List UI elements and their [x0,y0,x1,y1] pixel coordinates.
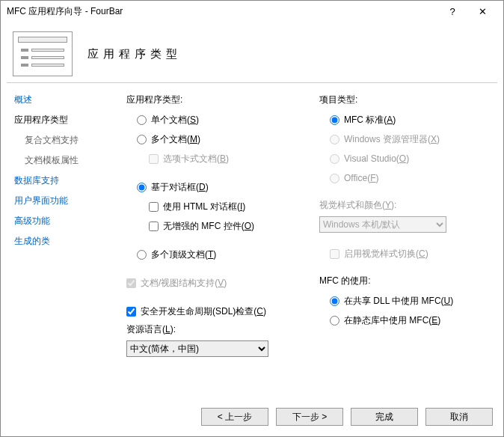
sidebar-item-compound[interactable]: 复合文档支持 [25,134,111,147]
apptype-label: 应用程序类型: [126,94,297,106]
check-no-enhanced[interactable]: 无增强的 MFC 控件(O) [149,218,297,233]
projtype-label: 项目类型: [319,94,490,106]
cancel-button[interactable]: 取消 [425,408,493,426]
wizard-window: MFC 应用程序向导 - FourBar ? ✕ 应用程序类型 概述 应用程序类… [0,0,504,437]
radio-multi-top-input[interactable] [137,250,147,260]
sidebar-item-ui[interactable]: 用户界面功能 [14,195,111,207]
check-tabbed-doc-input [149,154,159,164]
radio-shared-dll-input[interactable] [330,296,339,306]
right-column: 项目类型: MFC 标准(A) Windows 资源管理器(X) Visual … [319,94,490,393]
sidebar: 概述 应用程序类型 复合文档支持 文档模板属性 数据库支持 用户界面功能 高级功… [7,83,119,400]
sidebar-item-apptype[interactable]: 应用程序类型 [14,114,111,126]
prev-button[interactable]: < 上一步 [201,408,268,426]
check-enable-switch-input [330,249,339,259]
check-sdl[interactable]: 安全开发生命周期(SDL)检查(C) [126,304,297,319]
radio-dialog-based[interactable]: 基于对话框(D) [137,180,297,195]
res-lang-label: 资源语言(L): [126,323,297,336]
mfc-use-label: MFC 的使用: [319,275,490,287]
visual-style-label: 视觉样式和颜色(Y): [319,199,490,212]
radio-multi-doc-input[interactable] [137,135,147,144]
button-bar: < 上一步 下一步 > 完成 取消 [1,400,503,436]
radio-office-input [330,174,339,183]
wizard-icon [13,31,73,76]
check-enable-switch: 启用视觉样式切换(C) [330,246,490,261]
main-panel: 应用程序类型: 单个文档(S) 多个文档(M) 选项卡式文档(B) [119,83,497,400]
radio-office: Office(F) [330,171,490,186]
radio-win-explorer: Windows 资源管理器(X) [330,132,490,147]
page-title: 应用程序类型 [87,47,182,61]
radio-shared-dll[interactable]: 在共享 DLL 中使用 MFC(U) [330,293,490,308]
radio-dialog-based-input[interactable] [137,183,147,192]
visual-style-select: Windows 本机/默认 [319,216,446,233]
sidebar-item-db[interactable]: 数据库支持 [14,174,111,187]
radio-win-explorer-input [330,135,339,144]
radio-mfc-std[interactable]: MFC 标准(A) [330,112,490,127]
content-area: 应用程序类型 概述 应用程序类型 复合文档支持 文档模板属性 数据库支持 用户界… [1,22,503,400]
check-no-enhanced-input[interactable] [149,221,159,231]
body-area: 概述 应用程序类型 复合文档支持 文档模板属性 数据库支持 用户界面功能 高级功… [7,82,497,400]
radio-single-doc[interactable]: 单个文档(S) [137,112,297,127]
radio-static-lib[interactable]: 在静态库中使用 MFC(E) [330,313,490,328]
next-button[interactable]: 下一步 > [276,408,343,426]
radio-visual-studio: Visual Studio(O) [330,151,490,166]
finish-button[interactable]: 完成 [351,408,418,426]
check-docview-input [126,278,136,288]
title-bar: MFC 应用程序向导 - FourBar ? ✕ [1,1,503,22]
left-column: 应用程序类型: 单个文档(S) 多个文档(M) 选项卡式文档(B) [126,94,297,393]
window-title: MFC 应用程序向导 - FourBar [7,5,437,18]
res-lang-select[interactable]: 中文(简体，中国) [126,340,268,357]
radio-multi-doc[interactable]: 多个文档(M) [137,132,297,147]
check-tabbed-doc: 选项卡式文档(B) [149,151,297,166]
header-area: 应用程序类型 [7,22,497,82]
sidebar-item-overview[interactable]: 概述 [14,94,111,106]
radio-static-lib-input[interactable] [330,316,339,326]
help-button[interactable]: ? [437,6,467,17]
close-button[interactable]: ✕ [467,6,497,17]
radio-multi-top[interactable]: 多个顶级文档(T) [137,247,297,262]
radio-single-doc-input[interactable] [137,115,147,125]
check-docview: 文档/视图结构支持(V) [126,275,297,290]
check-html-dialog-input[interactable] [149,202,159,212]
sidebar-item-advanced[interactable]: 高级功能 [14,215,111,227]
radio-visual-studio-input [330,154,339,164]
check-html-dialog[interactable]: 使用 HTML 对话框(I) [149,199,297,214]
radio-mfc-std-input[interactable] [330,115,339,125]
check-sdl-input[interactable] [126,307,136,317]
sidebar-item-classes[interactable]: 生成的类 [14,235,111,248]
sidebar-item-doctemplate[interactable]: 文档模板属性 [25,154,111,167]
